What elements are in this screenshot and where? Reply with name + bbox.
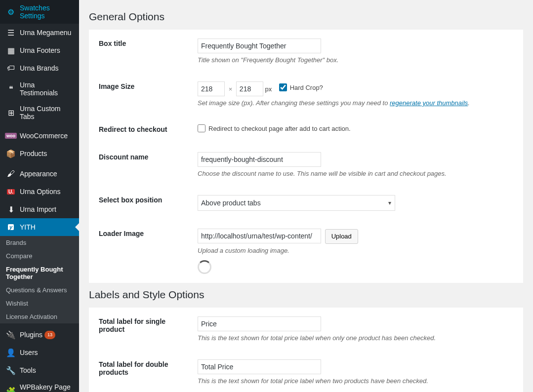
sidebar-item-yith[interactable]: yYITH — [0, 218, 79, 236]
tag-icon: 🏷 — [6, 63, 16, 73]
discount-input[interactable] — [198, 152, 321, 167]
wpbakery-icon: 🧩 — [6, 386, 16, 392]
labels-options-table: Total label for single product This is t… — [89, 308, 523, 392]
quote-icon: ❝ — [6, 84, 16, 94]
layout-icon: ▦ — [6, 45, 16, 55]
download-icon: ⬇ — [6, 204, 16, 214]
single-label: Total label for single product — [89, 308, 198, 351]
wrench-icon: 🔧 — [6, 365, 16, 375]
px-label: px — [265, 85, 272, 93]
submenu-compare[interactable]: Compare — [0, 249, 79, 263]
hardcrop-checkbox[interactable] — [279, 83, 287, 91]
image-size-desc: Set image size (px). After changing thes… — [198, 99, 513, 107]
box-title-label: Box title — [89, 30, 198, 73]
sidebar-item-users[interactable]: 👤Users — [0, 344, 79, 361]
loader-desc: Upload a custom loading image. — [198, 247, 513, 254]
image-height-input[interactable] — [236, 81, 263, 96]
redirect-checkbox[interactable] — [198, 124, 205, 132]
image-size-label: Image Size — [89, 73, 198, 116]
submenu-frequently-bought[interactable]: Frequently Bought Together — [0, 263, 79, 283]
gear-icon: ⚙ — [6, 7, 16, 17]
sidebar-item-wpbakery[interactable]: 🧩WPBakery Page Builder — [0, 379, 79, 392]
sidebar-item-plugins[interactable]: 🔌Plugins13 — [0, 326, 79, 344]
dimension-separator: × — [229, 85, 233, 93]
position-label: Select box position — [89, 186, 198, 220]
section-labels-title: Labels and Style Options — [89, 289, 523, 301]
upload-button[interactable]: Upload — [325, 229, 358, 244]
discount-label: Discount name — [89, 143, 198, 186]
general-options-table: Box title Title shown on "Frequently Bou… — [89, 30, 523, 283]
urna-icon: U. — [6, 187, 16, 196]
redirect-label: Redirect to checkout — [89, 116, 198, 143]
single-input[interactable] — [198, 316, 321, 331]
double-desc: This is the text shown for total price l… — [198, 377, 513, 385]
box-title-input[interactable] — [198, 39, 321, 53]
sidebar-item-urna-options[interactable]: U.Urna Options — [0, 183, 79, 200]
sidebar-item-woocommerce[interactable]: wooWooCommerce — [0, 127, 79, 145]
submenu-wishlist[interactable]: Wishlist — [0, 297, 79, 310]
hardcrop-wrapper[interactable]: Hard Crop? — [279, 83, 323, 91]
sidebar-item-swatches[interactable]: ⚙Swatches Settings — [0, 0, 79, 24]
sidebar-item-urna-import[interactable]: ⬇Urna Import — [0, 200, 79, 218]
brush-icon: 🖌 — [6, 169, 16, 179]
yith-icon: y — [6, 222, 16, 232]
loader-label: Loader Image — [89, 220, 198, 283]
archive-icon: 📦 — [6, 149, 16, 158]
regenerate-link[interactable]: regenerate your thumbnails — [390, 99, 468, 107]
position-select[interactable]: Above product tabs — [198, 195, 395, 211]
discount-desc: Choose the discount name to use. This na… — [198, 170, 513, 177]
loading-spinner-icon — [198, 260, 211, 274]
redirect-wrapper[interactable]: Redirect to checkout page after add to c… — [198, 124, 351, 132]
submenu-license[interactable]: License Activation — [0, 310, 79, 323]
single-desc: This is the text shown for total price l… — [198, 334, 513, 342]
submenu-brands[interactable]: Brands — [0, 236, 79, 249]
plugins-badge: 13 — [44, 331, 55, 339]
loader-input[interactable] — [198, 229, 321, 243]
woo-icon: woo — [6, 131, 16, 141]
grid-icon: ⊞ — [6, 108, 16, 118]
image-width-input[interactable] — [198, 81, 225, 96]
sidebar-item-footers[interactable]: ▦Urna Footers — [0, 41, 79, 59]
box-title-desc: Title shown on "Frequently Bought Togeth… — [198, 56, 513, 64]
sidebar-item-appearance[interactable]: 🖌Appearance — [0, 165, 79, 183]
plug-icon: 🔌 — [6, 330, 16, 340]
double-input[interactable] — [198, 359, 321, 374]
sidebar-item-brands[interactable]: 🏷Urna Brands — [0, 59, 79, 77]
sidebar-item-testimonials[interactable]: ❝Urna Testimonials — [0, 77, 79, 101]
main-content: General Options Box title Title shown on… — [79, 0, 533, 392]
sidebar-item-tools[interactable]: 🔧Tools — [0, 361, 79, 379]
double-label: Total label for double products — [89, 351, 198, 392]
sidebar-item-products[interactable]: 📦Products — [0, 145, 79, 162]
list-icon: ☰ — [6, 28, 16, 38]
users-icon: 👤 — [6, 348, 16, 357]
sidebar-item-custom-tabs[interactable]: ⊞Urna Custom Tabs — [0, 101, 79, 124]
submenu-questions[interactable]: Questions & Answers — [0, 283, 79, 297]
sidebar-item-megamenu[interactable]: ☰Urna Megamenu — [0, 24, 79, 41]
section-general-title: General Options — [89, 11, 523, 23]
admin-sidebar: ⚙Swatches Settings ☰Urna Megamenu ▦Urna … — [0, 0, 79, 392]
